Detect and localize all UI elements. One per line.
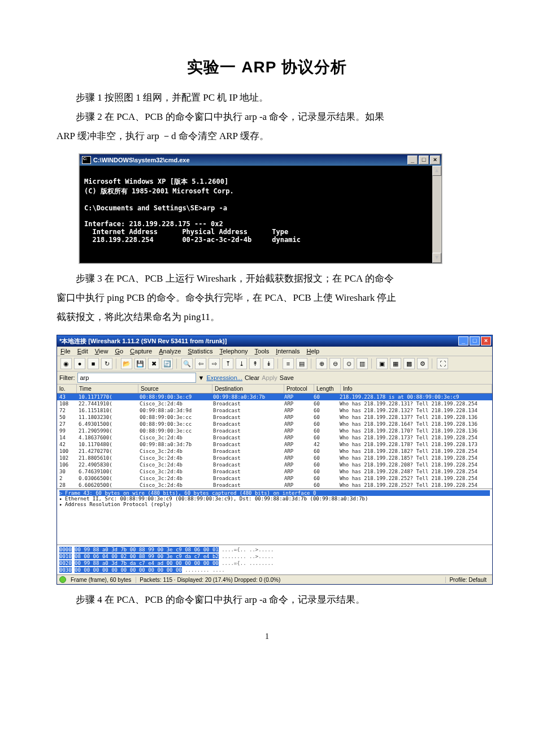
expand-icon[interactable]: ▸ xyxy=(59,502,65,507)
menu-go[interactable]: Go xyxy=(115,348,123,355)
packet-list-header: lo. Time Source Destination Protocol Len… xyxy=(57,385,492,394)
menu-analyze[interactable]: Analyze xyxy=(159,348,181,355)
status-profile[interactable]: Profile: Default xyxy=(445,577,490,583)
toolbar-close-icon[interactable]: ✖ xyxy=(148,358,159,369)
packet-detail-pane[interactable]: ▷Frame 43: 60 bytes on wire (480 bits), … xyxy=(57,489,492,545)
packet-row[interactable]: 10221.8805610(Cisco_3c:2d:4bBroadcastARP… xyxy=(57,455,492,461)
cmd-line1: Microsoft Windows XP [版本 5.1.2600] xyxy=(84,178,228,185)
step2-text-b: ARP 缓冲非空，执行 arp －d 命令清空 ARP 缓存。 xyxy=(57,127,477,146)
filter-dropdown-icon[interactable]: ▼ xyxy=(198,374,205,381)
expand-icon[interactable]: ▸ xyxy=(59,496,65,502)
col-length[interactable]: Length xyxy=(314,385,341,393)
cmd-titlebar: C:\WINDOWS\system32\cmd.exe _ □ × xyxy=(80,154,441,166)
wireshark-toolbar: ◉●■↻📂💾✖🔄🔍⇦⇨⤒⤓↟↡≡▤⊕⊖⊙▥▣▦▩⚙⛶ xyxy=(57,356,492,371)
toolbar-circle-icon[interactable]: ◉ xyxy=(60,358,72,369)
toolbar-go1-icon[interactable]: ↟ xyxy=(249,358,261,369)
toolbar-search-icon[interactable]: 🔍 xyxy=(181,358,193,369)
cmd-minimize-button[interactable]: _ xyxy=(407,155,418,165)
toolbar-go2-icon[interactable]: ↡ xyxy=(263,358,274,369)
filter-input[interactable] xyxy=(77,373,196,383)
status-left: Frame (frame), 60 bytes xyxy=(71,577,131,583)
menu-telephony[interactable]: Telephony xyxy=(219,348,248,355)
ws-minimize-button[interactable]: _ xyxy=(458,336,468,345)
hex-row: 0020 00 99 88 a0 3d 7b da c7 e4 ad 00 00… xyxy=(59,560,490,567)
toolbar-open-icon[interactable]: 📂 xyxy=(121,358,132,369)
col-destination[interactable]: Destination xyxy=(212,385,284,393)
filter-expression-link[interactable]: Expression... xyxy=(206,374,242,381)
wireshark-window: *本地连接 [Wireshark 1.11.2 (SVN Rev 53411 f… xyxy=(57,335,493,585)
menu-help[interactable]: Help xyxy=(306,348,319,355)
packet-row[interactable]: 276.49301500(00:88:99:00:3e:ccBroadcastA… xyxy=(57,421,492,427)
toolbar-save-icon[interactable]: 💾 xyxy=(134,358,146,369)
expand-icon[interactable]: ▷ xyxy=(59,490,65,496)
menu-capture[interactable]: Capture xyxy=(130,348,152,355)
toolbar-zoomreset-icon[interactable]: ⊙ xyxy=(343,358,354,369)
detail-arp: Address Resolution Protocol (reply) xyxy=(65,502,172,507)
packet-row[interactable]: 4210.1170480(00:99:88:a0:3d:7bBroadcastA… xyxy=(57,441,492,448)
menu-edit[interactable]: Edit xyxy=(77,348,88,355)
packet-hscrollbar[interactable]: ◀▶ xyxy=(57,489,492,489)
toolbar-back-icon[interactable]: ⇦ xyxy=(195,358,206,369)
toolbar-goend-icon[interactable]: ⤓ xyxy=(236,358,247,369)
packet-row[interactable]: 286.60620500(Cisco_3c:2d:4bBroadcastARP6… xyxy=(57,482,492,489)
packet-row[interactable]: 7216.1151810(00:99:88:a0:3d:9dBroadcastA… xyxy=(57,407,492,414)
col-protocol[interactable]: Protocol xyxy=(284,385,314,393)
toolbar-restart-icon[interactable]: ↻ xyxy=(101,358,112,369)
detail-frame: Frame 43: 60 bytes on wire (480 bits), 6… xyxy=(65,490,316,496)
col-source[interactable]: Source xyxy=(138,385,212,393)
cmd-icon xyxy=(82,156,91,164)
packet-row[interactable]: 4310.1171770(00:88:99:00:3e:c900:99:88:a… xyxy=(57,394,492,400)
wireshark-title-text: *本地连接 [Wireshark 1.11.2 (SVN Rev 53411 f… xyxy=(59,337,227,345)
packet-row[interactable]: 306.74639100(Cisco_3c:2d:4bBroadcastARP6… xyxy=(57,468,492,475)
toolbar-reload-icon[interactable]: 🔄 xyxy=(162,358,173,369)
scroll-up-icon[interactable]: ▲ xyxy=(432,166,441,176)
cmd-header: Internet Address Physical Address Type xyxy=(84,228,288,236)
menu-file[interactable]: File xyxy=(60,348,71,355)
toolbar-record-icon[interactable]: ● xyxy=(74,358,85,369)
packet-list[interactable]: 4310.1171770(00:88:99:00:3e:c900:99:88:a… xyxy=(57,394,492,489)
expert-info-icon[interactable] xyxy=(59,576,66,583)
col-time[interactable]: Time xyxy=(77,385,138,393)
toolbar-list2-icon[interactable]: ▤ xyxy=(296,358,307,369)
toolbar-color1-icon[interactable]: ▣ xyxy=(376,358,388,369)
filter-apply-link[interactable]: Apply xyxy=(262,374,277,381)
packet-row[interactable]: 20.03066500(Cisco_3c:2d:4bBroadcastARP60… xyxy=(57,475,492,482)
cmd-scrollbar[interactable]: ▲ ▼ xyxy=(432,166,441,263)
cmd-close-button[interactable]: × xyxy=(430,155,440,165)
toolbar-cols-icon[interactable]: ▥ xyxy=(357,358,368,369)
toolbar-stop-icon[interactable]: ■ xyxy=(88,358,99,369)
menu-internals[interactable]: Internals xyxy=(276,348,299,355)
menu-view[interactable]: View xyxy=(95,348,108,355)
packet-row[interactable]: 10021.4270270(Cisco_3c:2d:4bBroadcastARP… xyxy=(57,448,492,455)
toolbar-zoomin-icon[interactable]: ⊕ xyxy=(316,358,327,369)
scroll-down-icon[interactable]: ▼ xyxy=(432,253,441,263)
toolbar-settings-icon[interactable]: ⚙ xyxy=(417,358,428,369)
cmd-body[interactable]: Microsoft Windows XP [版本 5.1.2600] (C) 版… xyxy=(80,166,441,263)
menu-tools[interactable]: Tools xyxy=(255,348,270,355)
scroll-track[interactable] xyxy=(432,176,441,253)
packet-row[interactable]: 144.18637600(Cisco_3c:2d:4bBroadcastARP6… xyxy=(57,434,492,441)
toolbar-color2-icon[interactable]: ▦ xyxy=(390,358,401,369)
ws-close-button[interactable]: × xyxy=(481,336,491,345)
toolbar-help-icon[interactable]: ⛶ xyxy=(437,358,448,369)
packet-row[interactable]: 10822.7441910(Cisco_3c:2d:4bBroadcastARP… xyxy=(57,400,492,407)
toolbar-rewind-icon[interactable]: ⤒ xyxy=(222,358,233,369)
packet-hex-pane[interactable]: 0000 00 99 88 a0 3d 7b 00 88 99 00 3e c9… xyxy=(57,545,492,574)
step2-text-a: 步骤 2 在 PCA、PCB 的命令窗口中执行 arp -a 命令，记录显示结果… xyxy=(57,107,477,127)
col-info[interactable]: Info xyxy=(341,385,492,393)
filter-clear-link[interactable]: Clear xyxy=(245,374,259,381)
toolbar-zoomout-icon[interactable]: ⊖ xyxy=(329,358,341,369)
packet-row[interactable]: 10622.4905830(Cisco_3c:2d:4bBroadcastARP… xyxy=(57,461,492,468)
packet-row[interactable]: 9921.2905990(00:88:99:00:3e:ccBroadcastA… xyxy=(57,427,492,434)
col-number[interactable]: lo. xyxy=(57,385,77,393)
filter-save-link[interactable]: Save xyxy=(280,374,294,381)
cmd-iface: Interface: 218.199.228.175 --- 0x2 xyxy=(84,220,223,228)
cmd-maximize-button[interactable]: □ xyxy=(419,155,429,165)
toolbar-list1-icon[interactable]: ≡ xyxy=(283,358,294,369)
step4-text: 步骤 4 在 PCA、PCB 的命令窗口中执行 arp -a 命令，记录显示结果… xyxy=(57,590,477,610)
toolbar-color3-icon[interactable]: ▩ xyxy=(403,358,415,369)
toolbar-fwd-icon[interactable]: ⇨ xyxy=(209,358,220,369)
ws-maximize-button[interactable]: □ xyxy=(470,336,480,345)
menu-statistics[interactable]: Statistics xyxy=(188,348,212,355)
packet-row[interactable]: 5011.1803230(00:88:99:00:3e:ccBroadcastA… xyxy=(57,414,492,421)
